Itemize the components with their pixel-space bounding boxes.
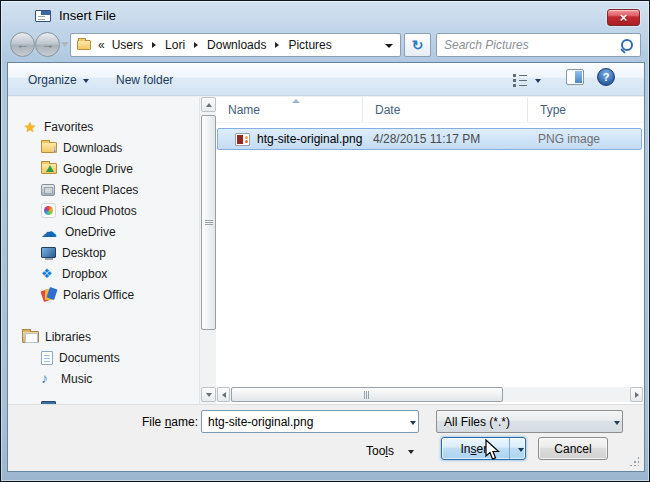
- sidebar-item-recent-places[interactable]: Recent Places: [8, 179, 199, 200]
- downloads-folder-icon: [41, 142, 57, 153]
- cancel-button[interactable]: Cancel: [538, 437, 608, 460]
- sidebar-item-downloads[interactable]: Downloads: [8, 137, 199, 158]
- file-type-cell: PNG image: [528, 132, 641, 146]
- file-date-cell: 4/28/2015 11:17 PM: [363, 132, 528, 146]
- file-type-dropdown-button[interactable]: [605, 411, 622, 432]
- forward-button[interactable]: →: [35, 32, 60, 57]
- sidebar-group-libraries[interactable]: Libraries: [8, 326, 199, 347]
- breadcrumb-pictures[interactable]: Pictures: [285, 38, 334, 52]
- resize-grip[interactable]: [629, 456, 639, 466]
- command-bar: Organize New folder ?: [8, 63, 644, 96]
- recent-locations-dropdown[interactable]: [61, 42, 69, 47]
- sidebar-item-icloud-photos[interactable]: iCloud Photos: [8, 200, 199, 221]
- organize-label: Organize: [28, 73, 77, 87]
- breadcrumb-separator-icon[interactable]: [152, 42, 156, 48]
- google-drive-folder-icon: [41, 163, 57, 174]
- file-list-horizontal-scrollbar[interactable]: [216, 387, 643, 402]
- file-name-text: htg-site-original.png: [257, 132, 362, 146]
- insert-button[interactable]: Insert: [442, 442, 509, 456]
- file-name-input[interactable]: [202, 415, 401, 429]
- icloud-photos-icon: [41, 203, 56, 218]
- chevron-down-icon: [518, 448, 524, 452]
- column-label: Date: [375, 103, 400, 117]
- sidebar-item-google-drive[interactable]: Google Drive: [8, 158, 199, 179]
- column-label: Type: [540, 103, 566, 117]
- back-button[interactable]: ←: [10, 32, 35, 57]
- file-type-dropdown[interactable]: All Files (*.*): [436, 410, 623, 433]
- search-icon[interactable]: [619, 38, 634, 53]
- scrollbar-thumb[interactable]: [231, 387, 503, 402]
- tools-menu-button[interactable]: Tools: [366, 441, 414, 461]
- breadcrumb-separator-icon[interactable]: [194, 42, 198, 48]
- search-box[interactable]: [436, 33, 641, 57]
- organize-button[interactable]: Organize: [28, 70, 89, 90]
- refresh-icon: ↻: [412, 37, 424, 53]
- scroll-right-button[interactable]: [630, 387, 643, 402]
- help-button[interactable]: ?: [597, 68, 615, 86]
- sidebar-item-label: Documents: [59, 351, 120, 365]
- column-header-type[interactable]: Type: [528, 97, 644, 122]
- close-button[interactable]: ×: [607, 9, 640, 26]
- sidebar-item-label: Polaris Office: [63, 288, 134, 302]
- column-header-name[interactable]: Name: [216, 97, 363, 122]
- document-icon: [41, 351, 53, 365]
- breadcrumb-overflow-chevron[interactable]: «: [98, 38, 105, 52]
- desktop-monitor-icon: [41, 247, 56, 258]
- insert-dropdown-button[interactable]: [509, 438, 525, 459]
- search-input[interactable]: [437, 38, 619, 52]
- sidebar-item-documents[interactable]: Documents: [8, 347, 199, 368]
- column-header-date[interactable]: Date: [363, 97, 528, 122]
- breadcrumb[interactable]: « Users Lori Downloads Pictures: [70, 33, 401, 57]
- scroll-up-button[interactable]: [201, 97, 216, 112]
- sidebar-item-music[interactable]: ♪ Music: [8, 368, 199, 389]
- sidebar-item-onedrive[interactable]: ☁ OneDrive: [8, 221, 199, 242]
- change-view-button[interactable]: [513, 69, 553, 90]
- title-bar[interactable]: Insert File ×: [1, 1, 649, 31]
- file-name-dropdown-button[interactable]: [401, 411, 418, 432]
- sidebar-item-label: Downloads: [63, 141, 122, 155]
- list-header: Name Date Type: [216, 97, 644, 123]
- address-row: ← → « Users Lori Downloads Pictures ↻: [1, 32, 649, 62]
- sidebar-item-label: Dropbox: [62, 267, 107, 281]
- file-name-label: File name:: [126, 415, 198, 429]
- breadcrumb-separator-icon[interactable]: [275, 42, 279, 48]
- chevron-down-icon: [408, 450, 414, 454]
- sidebar-item-desktop[interactable]: Desktop: [8, 242, 199, 263]
- preview-pane-button[interactable]: [566, 69, 584, 85]
- sidebar-item-dropbox[interactable]: ❖ Dropbox: [8, 263, 199, 284]
- close-icon: ×: [620, 11, 628, 24]
- help-icon: ?: [603, 71, 610, 83]
- sidebar-item-clipped[interactable]: [8, 389, 199, 404]
- onedrive-cloud-icon: ☁: [41, 224, 59, 240]
- scroll-left-button[interactable]: [217, 387, 230, 402]
- new-folder-label: New folder: [116, 73, 173, 87]
- breadcrumb-users[interactable]: Users: [109, 38, 146, 52]
- breadcrumb-lori[interactable]: Lori: [162, 38, 188, 52]
- new-folder-button[interactable]: New folder: [116, 70, 173, 90]
- sidebar-group-favorites[interactable]: ★ Favorites: [8, 116, 199, 137]
- file-row-selected[interactable]: htg-site-original.png 4/28/2015 11:17 PM…: [217, 128, 642, 150]
- main-panes: ★ Favorites Downloads Google Drive Recen…: [8, 97, 644, 404]
- libraries-folder-icon: [22, 331, 39, 343]
- sidebar-group-label: Libraries: [45, 330, 91, 344]
- scrollbar-thumb[interactable]: [201, 115, 216, 330]
- insert-split-button[interactable]: Insert: [441, 437, 526, 460]
- sidebar-item-label: iCloud Photos: [62, 204, 137, 218]
- dialog-icon: [35, 10, 51, 22]
- dialog-footer: File name: All Files (*.*) Tools Insert …: [8, 404, 644, 471]
- refresh-button[interactable]: ↻: [404, 33, 431, 57]
- sidebar-scrollbar[interactable]: [199, 97, 216, 404]
- sidebar-item-polaris-office[interactable]: Polaris Office: [8, 284, 199, 305]
- insert-file-dialog: Insert File × ← → « Users Lori Downloads…: [0, 0, 650, 482]
- music-note-icon: ♪: [41, 371, 55, 386]
- file-name-cell[interactable]: htg-site-original.png: [218, 132, 363, 146]
- file-name-combobox[interactable]: [201, 410, 419, 433]
- recent-places-icon: [41, 184, 55, 196]
- navigation-pane: ★ Favorites Downloads Google Drive Recen…: [8, 97, 199, 404]
- scroll-down-button[interactable]: [201, 387, 216, 402]
- folder-icon: [77, 40, 91, 50]
- breadcrumb-downloads[interactable]: Downloads: [204, 38, 269, 52]
- sort-ascending-icon: [292, 99, 300, 103]
- address-dropdown-icon[interactable]: [385, 44, 393, 48]
- polaris-office-icon: [41, 288, 57, 302]
